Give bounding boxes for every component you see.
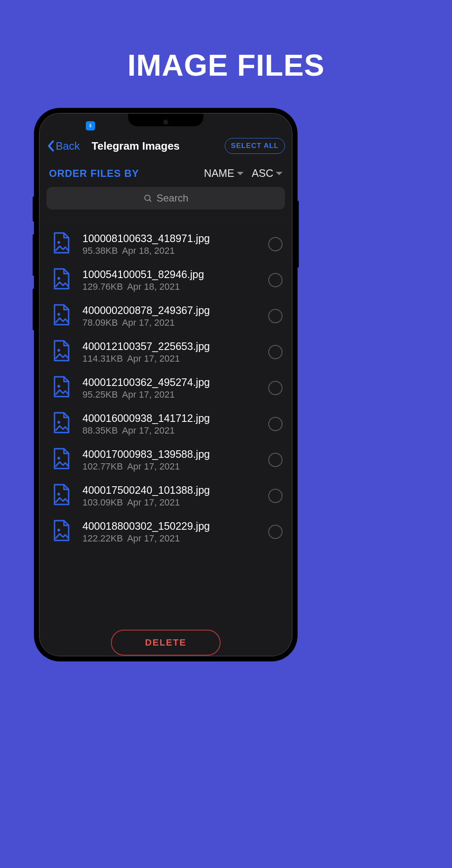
file-name: 100008100633_418971.jpg [82,232,257,245]
file-list[interactable]: 100008100633_418971.jpg 95.38KBApr 18, 2… [40,223,292,550]
back-label: Back [56,140,80,153]
sort-bar: ORDER FILES BY NAME ASC [40,162,292,187]
image-file-icon [51,304,71,328]
file-name: 400016000938_141712.jpg [82,412,257,424]
image-file-icon [51,448,71,472]
phone-side-button [33,197,35,222]
chevron-down-icon [237,172,244,175]
file-row[interactable]: 400012100357_225653.jpg 114.31KBApr 17, … [40,334,292,370]
file-name: 400000200878_249367.jpg [82,304,257,317]
svg-point-3 [57,313,60,316]
image-file-icon [51,268,71,292]
image-file-icon [51,412,71,436]
image-file-icon [51,520,71,544]
app-screen: Back Telegram Images SELECT ALL ORDER FI… [40,114,292,656]
file-row[interactable]: 400000200878_249367.jpg 78.09KBApr 17, 2… [40,298,292,334]
file-meta: 95.38KBApr 18, 2021 [82,245,257,256]
delete-button[interactable]: DELETE [111,630,221,656]
chevron-down-icon [276,172,282,175]
svg-point-6 [57,421,60,424]
file-row[interactable]: 400016000938_141712.jpg 88.35KBApr 17, 2… [40,406,292,442]
file-meta: 102.77KBApr 17, 2021 [82,461,257,472]
phone-side-button [33,288,35,330]
file-size: 95.38KB [82,245,118,256]
search-input[interactable]: Search [46,187,285,209]
select-checkbox[interactable] [268,381,282,395]
file-date: Apr 17, 2021 [122,317,175,328]
file-name: 400012100357_225653.jpg [82,340,257,352]
select-checkbox[interactable] [268,453,282,467]
svg-point-8 [57,493,60,495]
file-size: 129.76KB [82,281,123,292]
select-checkbox[interactable] [268,273,282,287]
select-checkbox[interactable] [268,309,282,323]
file-size: 78.09KB [82,317,118,328]
file-date: Apr 17, 2021 [127,353,180,364]
file-meta: 122.22KBApr 17, 2021 [82,533,257,544]
file-info: 400016000938_141712.jpg 88.35KBApr 17, 2… [82,412,257,436]
file-name: 400017000983_139588.jpg [82,448,257,460]
svg-point-2 [57,277,60,280]
file-row[interactable]: 400012100362_495274.jpg 95.25KBApr 17, 2… [40,370,292,406]
file-date: Apr 17, 2021 [122,425,175,436]
header-divider [40,214,292,223]
file-date: Apr 18, 2021 [122,245,175,256]
order-by-label: ORDER FILES BY [49,168,195,179]
file-size: 122.22KB [82,533,123,544]
phone-notch [128,114,203,126]
page-title: Telegram Images [92,140,225,153]
file-info: 400012100357_225653.jpg 114.31KBApr 17, … [82,340,257,364]
file-info: 400012100362_495274.jpg 95.25KBApr 17, 2… [82,376,257,400]
back-button[interactable]: Back [46,140,80,153]
file-size: 88.35KB [82,425,118,436]
file-meta: 114.31KBApr 17, 2021 [82,353,257,364]
select-checkbox[interactable] [268,489,282,503]
image-file-icon [51,232,71,256]
file-name: 100054100051_82946.jpg [82,268,257,281]
file-meta: 95.25KBApr 17, 2021 [82,389,257,400]
svg-point-7 [57,457,60,460]
file-row[interactable]: 400017000983_139588.jpg 102.77KBApr 17, … [40,442,292,478]
file-row[interactable]: 100054100051_82946.jpg 129.76KBApr 18, 2… [40,262,292,298]
chevron-left-icon [46,140,55,152]
svg-point-0 [145,195,150,201]
bottom-action-bar: DELETE [40,630,292,656]
phone-side-button [33,234,35,276]
sort-direction-value: ASC [252,167,273,179]
select-all-button[interactable]: SELECT ALL [225,138,285,154]
sort-field-value: NAME [204,167,234,179]
file-row[interactable]: 400017500240_101388.jpg 103.09KBApr 17, … [40,478,292,514]
file-row[interactable]: 400018800302_150229.jpg 122.22KBApr 17, … [40,514,292,550]
file-size: 95.25KB [82,389,118,400]
file-info: 400018800302_150229.jpg 122.22KBApr 17, … [82,520,257,544]
svg-point-9 [57,528,60,531]
usb-debug-icon [86,121,95,130]
file-name: 400018800302_150229.jpg [82,520,257,532]
select-checkbox[interactable] [268,525,282,539]
file-meta: 129.76KBApr 18, 2021 [82,281,257,292]
search-placeholder: Search [157,192,188,204]
file-info: 400017000983_139588.jpg 102.77KBApr 17, … [82,448,257,472]
promo-title: IMAGE FILES [0,48,452,82]
file-meta: 88.35KBApr 17, 2021 [82,425,257,436]
file-date: Apr 17, 2021 [127,497,180,508]
file-date: Apr 17, 2021 [127,461,180,472]
select-checkbox[interactable] [268,237,282,251]
sort-direction-dropdown[interactable]: ASC [252,167,282,179]
svg-point-1 [57,241,60,244]
file-row[interactable]: 100008100633_418971.jpg 95.38KBApr 18, 2… [40,226,292,262]
sort-field-dropdown[interactable]: NAME [204,167,243,179]
select-checkbox[interactable] [268,417,282,431]
file-info: 100054100051_82946.jpg 129.76KBApr 18, 2… [82,268,257,292]
file-meta: 103.09KBApr 17, 2021 [82,497,257,508]
phone-bezel: Back Telegram Images SELECT ALL ORDER FI… [39,113,293,656]
file-date: Apr 17, 2021 [122,389,175,400]
phone-frame: Back Telegram Images SELECT ALL ORDER FI… [35,109,297,661]
file-size: 102.77KB [82,461,123,472]
file-size: 114.31KB [82,353,123,364]
file-name: 400012100362_495274.jpg [82,376,257,388]
select-checkbox[interactable] [268,345,282,359]
phone-side-button [297,201,299,268]
file-date: Apr 17, 2021 [127,533,180,544]
file-info: 400000200878_249367.jpg 78.09KBApr 17, 2… [82,304,257,328]
